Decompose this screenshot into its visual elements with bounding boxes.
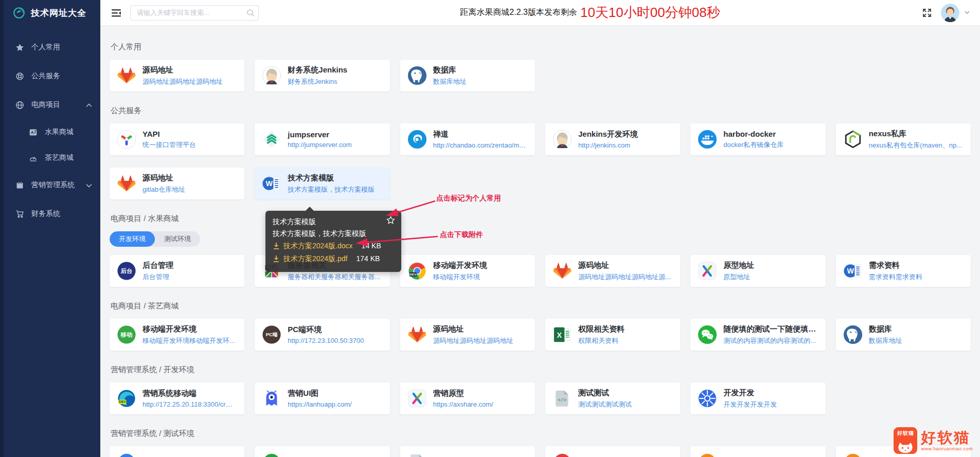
favorite-star-icon[interactable] xyxy=(386,216,395,225)
card-title: Jenkins开发环境 xyxy=(578,130,673,139)
card-text: 数据库数据库地址 xyxy=(869,324,964,345)
card-link[interactable]: 技术方案模版，技术方案模版 xyxy=(288,185,382,194)
attachment-name[interactable]: 技术方案2024版.pdf xyxy=(283,252,348,265)
card-link[interactable]: 源码地址源码地址源码地址源... xyxy=(578,272,673,282)
card-link[interactable]: 测试测试测试测试 xyxy=(578,400,673,409)
link-card[interactable]: 数据库数据库地址 xyxy=(400,60,535,92)
link-card[interactable]: 开发开发开发开发开发开发 xyxy=(690,382,825,414)
link-card[interactable]: Redis地址 xyxy=(545,446,680,457)
card-link[interactable]: http://jumpserver.com xyxy=(288,141,382,149)
sidebar-item-1[interactable]: 公共服务 xyxy=(0,62,100,90)
sidebar-item-3[interactable]: A水果商城 xyxy=(0,119,100,145)
card-grid: 后台后台管理后台管理服务器相关服务器相关服务器相关服务器...DEV移动端开发环… xyxy=(110,255,971,287)
card-link[interactable]: 统一接口管理平台 xyxy=(142,140,237,150)
section-4: 营销管理系统 / 开发环境DEV营销系统移动端http://172.25.20.… xyxy=(110,365,971,414)
card-link[interactable]: http://jenkins.com xyxy=(578,141,673,149)
card-link[interactable]: docker私有镜像仓库 xyxy=(723,140,818,150)
sidebar-item-4[interactable]: 茶艺商城 xyxy=(0,145,100,171)
link-card[interactable]: 源码地址gitlab仓库地址 xyxy=(110,168,244,199)
card-link[interactable]: 移动端开发环境 xyxy=(433,272,528,282)
link-card[interactable]: 接口文档 xyxy=(400,446,535,457)
card-link[interactable]: 权限相关资料 xyxy=(578,336,673,345)
link-card[interactable]: W技术方案模版技术方案模版，技术方案模版 xyxy=(255,168,389,199)
card-link[interactable]: 移动端开发环境移动端开发环... xyxy=(142,336,237,345)
card-link[interactable]: 需求资料需求资料 xyxy=(869,272,964,282)
sidebar-item-label: 水果商城 xyxy=(45,127,74,137)
search-input[interactable] xyxy=(130,5,259,21)
card-link[interactable]: 源码地址源码地址源码地址 xyxy=(142,77,237,86)
card-title: jumpserver xyxy=(288,130,382,139)
card-link[interactable]: 服务器相关服务器相关服务器... xyxy=(288,272,382,282)
link-card[interactable]: 原型地址原型地址 xyxy=(690,255,825,287)
menu-fold-icon[interactable] xyxy=(111,7,122,19)
link-card[interactable]: Jenkins开发环境http://jenkins.com xyxy=(545,123,680,155)
card-title: nexus私库 xyxy=(869,129,964,139)
link-card[interactable]: nexus私库nexus私有包仓库(maven、np... xyxy=(836,123,971,155)
card-link[interactable]: nexus私有包仓库(maven、np... xyxy=(869,141,964,150)
card-link[interactable]: http://172.25.20.118:3300/crm/... xyxy=(142,400,237,408)
link-card[interactable]: 后台后台管理后台管理 xyxy=(110,255,244,287)
card-link[interactable]: 财务系统Jenkins xyxy=(288,77,382,86)
axure-icon xyxy=(407,389,427,408)
link-card[interactable]: 营销UI图https://lanhuapp.com/ xyxy=(255,382,389,414)
card-text: harbor-dockerdocker私有镜像仓库 xyxy=(723,130,818,150)
attachment-size: 14 KB xyxy=(362,240,381,252)
card-link[interactable]: 开发开发开发开发 xyxy=(723,400,818,409)
fullscreen-icon[interactable] xyxy=(921,7,933,19)
tooltip-subtitle: 技术方案模版，技术方案模版 xyxy=(273,228,394,240)
link-card[interactable]: PC端PC端环境http://172.23.100.50:3700 xyxy=(255,319,389,351)
card-link[interactable]: 测试的内容测试的内容测试的... xyxy=(723,336,818,345)
card-link[interactable]: gitlab仓库地址 xyxy=(142,185,237,194)
sidebar-item-6[interactable]: 财务系统 xyxy=(0,199,100,228)
link-card[interactable]: 禅道http://chandao.com/zentao/my.... xyxy=(400,123,535,155)
zentao-icon xyxy=(407,130,427,149)
link-card[interactable]: 营销原型https://axshare.com/ xyxy=(400,382,535,414)
card-link[interactable]: http://chandao.com/zentao/my.... xyxy=(433,141,528,149)
tab-1[interactable]: 测试环境 xyxy=(155,231,200,247)
card-link[interactable]: 源码地址源码地址源码地址 xyxy=(433,336,528,345)
avatar[interactable] xyxy=(941,4,959,22)
link-card[interactable]: jumpserverhttp://jumpserver.com xyxy=(255,123,389,155)
link-card[interactable]: DEV营销系统移动端http://172.25.20.118:3300/crm/… xyxy=(110,382,244,414)
sidebar-item-label: 财务系统 xyxy=(31,209,60,218)
link-card[interactable]: 随便填的测试一下随便填的...测试的内容测试的内容测试的... xyxy=(690,319,825,351)
link-card[interactable]: 营销测试环境H5地址 xyxy=(110,446,244,457)
card-link[interactable]: https://lanhuapp.com/ xyxy=(288,400,382,408)
link-card[interactable]: RabbitMQ地址 xyxy=(690,446,825,457)
link-card[interactable]: harbor-dockerdocker私有镜像仓库 xyxy=(690,123,825,155)
sidebar-item-2[interactable]: 电商项目 xyxy=(0,90,100,119)
link-card[interactable]: DEV移动端开发环境移动端开发环境 xyxy=(400,255,535,287)
card-link[interactable]: https://axshare.com/ xyxy=(433,400,528,408)
link-card[interactable]: W需求资料需求资料需求资料 xyxy=(836,255,971,287)
axure-icon xyxy=(698,261,717,281)
attachment-name[interactable]: 技术方案2024版.docx xyxy=(283,240,353,252)
link-card[interactable]: 源码地址源码地址源码地址源码地址 xyxy=(110,60,244,92)
card-link[interactable]: 数据库地址 xyxy=(869,336,964,345)
link-card[interactable]: YAPI统一接口管理平台 xyxy=(110,123,244,155)
card-link[interactable]: 数据库地址 xyxy=(433,77,528,86)
link-card[interactable]: 源码地址源码地址源码地址源码地址 xyxy=(400,319,535,351)
card-title: 源码地址 xyxy=(578,261,673,270)
card-text: 源码地址gitlab仓库地址 xyxy=(142,173,237,194)
link-card[interactable]: 源码地址源码地址源码地址源码地址源... xyxy=(545,255,680,287)
card-link[interactable]: http://172.23.100.50:3700 xyxy=(288,337,382,344)
gitlab-icon xyxy=(117,174,136,193)
app-logo[interactable]: 技术网址大全 xyxy=(0,0,100,25)
card-link[interactable]: 原型地址 xyxy=(723,272,818,282)
sidebar-item-5[interactable]: 营销管理系统 xyxy=(0,171,100,199)
avatar-caret-icon[interactable] xyxy=(965,11,970,14)
card-title: 数据库 xyxy=(869,324,964,334)
tab-0[interactable]: 开发环境 xyxy=(110,231,155,247)
link-card[interactable]: 数据库数据库地址 xyxy=(836,319,971,351)
link-card[interactable]: 营销测试环境接口地址 xyxy=(255,446,389,457)
translate-icon: A xyxy=(29,128,38,137)
link-card[interactable]: 财务系统Jenkins财务系统Jenkins xyxy=(255,60,389,92)
dot-icon xyxy=(553,452,572,457)
link-card[interactable]: 移动移动端开发环境移动端开发环境移动端开发环... xyxy=(110,319,244,351)
link-card[interactable]: </>测试测试测试测试测试测试 xyxy=(545,382,680,414)
attachment-row[interactable]: 技术方案2024版.pdf174 KB xyxy=(273,252,394,265)
link-card[interactable]: X权限相关资料权限相关资料 xyxy=(545,319,680,351)
attachment-row[interactable]: 技术方案2024版.docx14 KB xyxy=(273,240,394,252)
card-link[interactable]: 后台管理 xyxy=(142,272,237,282)
sidebar-item-0[interactable]: 个人常用 xyxy=(0,33,100,62)
